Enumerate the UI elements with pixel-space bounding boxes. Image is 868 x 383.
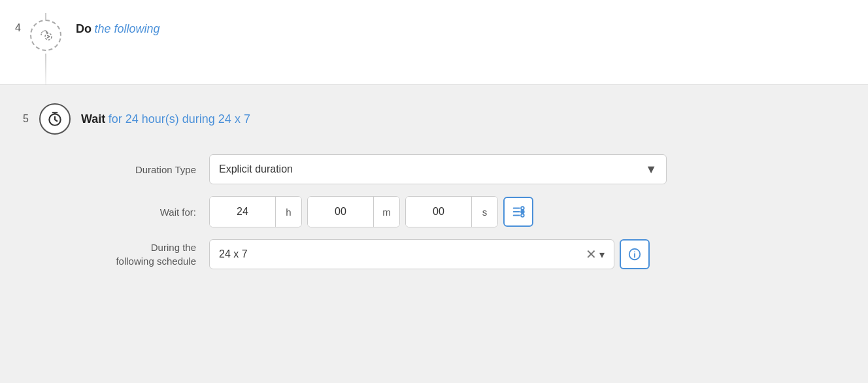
schedule-label: During the following schedule xyxy=(78,241,209,268)
step-4-section: 4 Do the following xyxy=(0,0,868,85)
schedule-label-line2: following schedule xyxy=(116,256,196,267)
info-icon xyxy=(627,247,642,261)
step-4-icon-circle xyxy=(30,20,61,51)
clear-icon[interactable]: ✕ xyxy=(586,246,597,262)
minutes-input[interactable] xyxy=(308,197,373,227)
page-container: 4 Do the following 5 xyxy=(0,0,868,383)
duration-type-value: Explicit duration xyxy=(219,163,293,175)
svg-point-6 xyxy=(521,210,524,214)
step-4-icon xyxy=(38,27,54,43)
step-4-label: Do the following xyxy=(65,13,160,36)
do-text: Do xyxy=(76,22,92,35)
svg-point-5 xyxy=(521,207,524,210)
time-select-button[interactable] xyxy=(503,197,533,227)
minutes-input-group: m xyxy=(307,196,400,227)
hours-unit: h xyxy=(275,197,301,227)
time-select-icon xyxy=(511,205,526,219)
schedule-info-button[interactable] xyxy=(620,239,650,269)
svg-point-9 xyxy=(634,251,635,252)
schedule-row: During the following schedule 24 x 7 ✕ ▾ xyxy=(78,239,868,269)
hours-input-group: h xyxy=(209,196,302,227)
step-4-icon-area xyxy=(26,13,65,93)
hours-input[interactable] xyxy=(210,197,275,227)
schedule-controls: 24 x 7 ✕ ▾ xyxy=(209,239,650,269)
svg-point-0 xyxy=(45,33,52,40)
seconds-unit: s xyxy=(471,197,497,227)
seconds-input-group: s xyxy=(405,196,498,227)
duration-type-dropdown[interactable]: Explicit duration ▼ xyxy=(209,154,667,184)
schedule-dropdown[interactable]: 24 x 7 ✕ ▾ xyxy=(209,239,614,269)
schedule-value: 24 x 7 xyxy=(219,248,248,260)
following-text: the following xyxy=(94,22,159,35)
duration-type-row: Duration Type Explicit duration ▼ xyxy=(78,154,868,184)
step-5-number: 5 xyxy=(0,113,39,125)
step-5-label: Wait for 24 hour(s) during 24 x 7 xyxy=(71,112,250,126)
schedule-clear-area: ✕ ▾ xyxy=(586,246,605,262)
dropdown-arrow-icon: ▼ xyxy=(645,163,657,176)
wait-icon xyxy=(46,110,63,127)
duration-type-label: Duration Type xyxy=(78,163,209,176)
form-area: Duration Type Explicit duration ▼ Wait f… xyxy=(0,148,868,301)
svg-point-7 xyxy=(521,214,524,217)
connector-top xyxy=(45,13,46,20)
wait-for-label: Wait for: xyxy=(78,205,209,219)
wait-text: Wait xyxy=(81,112,105,125)
step-5-header: 5 Wait for 24 hour(s) during 24 x 7 xyxy=(0,85,868,148)
wait-for-row: Wait for: h m s xyxy=(78,196,868,227)
wait-for-controls: h m s xyxy=(209,196,533,227)
minutes-unit: m xyxy=(373,197,399,227)
schedule-label-line1: During the xyxy=(151,242,196,253)
step-5-icon-circle xyxy=(39,103,71,135)
step-5-section: 5 Wait for 24 hour(s) during 24 x 7 xyxy=(0,85,868,301)
step-4-partial: 4 xyxy=(0,13,26,34)
schedule-dropdown-arrow-icon: ▾ xyxy=(599,248,605,261)
wait-detail: for 24 hour(s) during 24 x 7 xyxy=(108,112,250,125)
duration-type-controls: Explicit duration ▼ xyxy=(209,154,667,184)
seconds-input[interactable] xyxy=(406,197,471,227)
